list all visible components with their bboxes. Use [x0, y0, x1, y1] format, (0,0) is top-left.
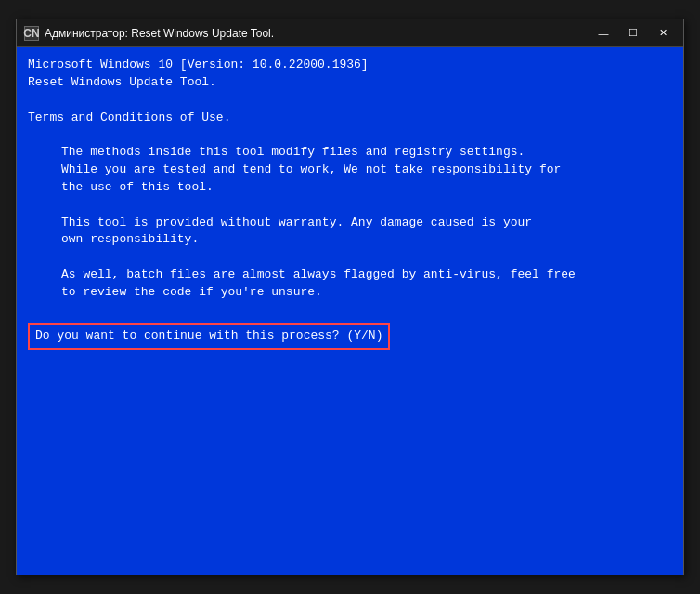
maximize-button[interactable]: ☐ — [620, 24, 646, 43]
console-indent-3: the use of this tool. — [28, 179, 672, 197]
console-indent-5: own responsibility. — [28, 231, 672, 249]
continue-prompt[interactable]: Do you want to continue with this proces… — [28, 323, 390, 350]
prompt-text: Do you want to continue with this proces… — [35, 329, 382, 342]
console-output: Microsoft Windows 10 [Version: 10.0.2200… — [17, 47, 683, 575]
console-blank-2 — [28, 126, 672, 144]
console-indent-6: As well, batch files are almost always f… — [28, 266, 672, 284]
window-icon: CN — [24, 26, 39, 41]
console-indent-7: to review the code if you're unsure. — [28, 284, 672, 302]
console-blank-4 — [28, 249, 672, 266]
console-blank-3 — [28, 197, 672, 214]
console-blank-1 — [28, 92, 672, 110]
console-indent-1: The methods inside this tool modify file… — [28, 144, 672, 161]
minimize-button[interactable]: — — [590, 24, 616, 43]
console-line-3: Terms and Conditions of Use. — [28, 110, 672, 127]
title-bar: CN Администратор: Reset Windows Update T… — [17, 19, 683, 47]
close-button[interactable]: ✕ — [650, 24, 676, 43]
console-indent-2: While you are tested and tend to work, W… — [28, 161, 672, 179]
console-indent-4: This tool is provided without warranty. … — [28, 214, 672, 232]
console-blank-5 — [28, 302, 672, 319]
console-line-2: Reset Windows Update Tool. — [28, 74, 672, 92]
console-line-1: Microsoft Windows 10 [Version: 10.0.2200… — [28, 57, 672, 74]
main-window: CN Администратор: Reset Windows Update T… — [16, 19, 684, 575]
window-title: Администратор: Reset Windows Update Tool… — [45, 27, 590, 40]
window-controls: — ☐ ✕ — [590, 24, 676, 43]
